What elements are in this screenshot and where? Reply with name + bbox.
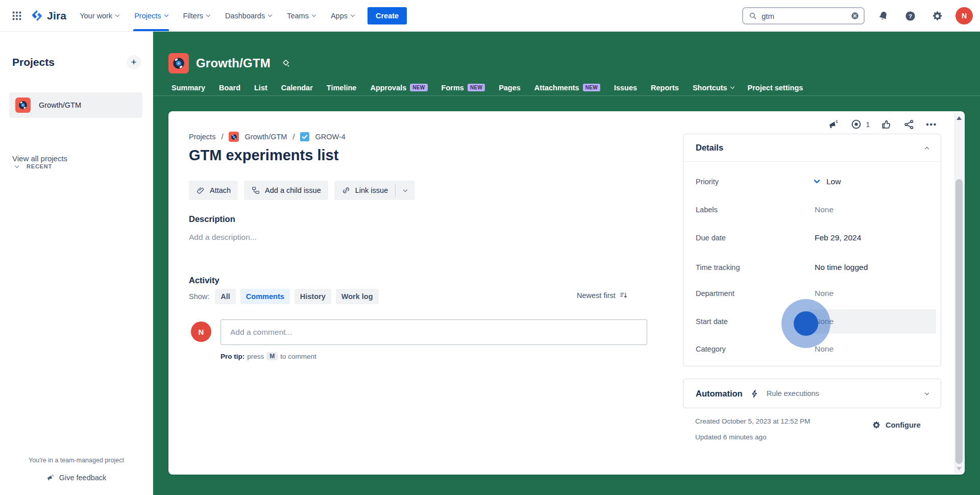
filter-comments[interactable]: Comments bbox=[240, 289, 290, 304]
tab-calendar[interactable]: Calendar bbox=[281, 84, 313, 92]
chevron-down-icon bbox=[730, 85, 734, 89]
view-all-projects-link[interactable]: View all projects bbox=[12, 154, 67, 163]
configure-button[interactable]: Configure bbox=[872, 420, 920, 430]
jira-logo[interactable]: Jira bbox=[31, 9, 66, 22]
time-tracking-value[interactable]: No time logged bbox=[815, 263, 868, 272]
nav-your-work[interactable]: Your work bbox=[80, 0, 119, 31]
scroll-down-arrow[interactable] bbox=[957, 467, 962, 471]
automation-panel[interactable]: Automation Rule executions bbox=[683, 379, 941, 408]
nav-dashboards[interactable]: Dashboards bbox=[225, 0, 272, 31]
clear-search-icon[interactable] bbox=[850, 11, 860, 20]
nav-label: Apps bbox=[331, 12, 348, 20]
chevron-up-icon bbox=[925, 146, 929, 151]
tab-approvals[interactable]: ApprovalsNEW bbox=[370, 84, 427, 92]
more-actions-icon[interactable]: ••• bbox=[926, 120, 937, 129]
tab-timeline[interactable]: Timeline bbox=[327, 84, 357, 92]
issue-actions: 1 ••• bbox=[828, 118, 937, 130]
configure-label: Configure bbox=[886, 421, 920, 429]
detail-row-start-date: Start date None bbox=[696, 315, 928, 328]
link-issue-dropdown[interactable] bbox=[396, 181, 415, 200]
filter-history[interactable]: History bbox=[295, 289, 331, 304]
tab-issues[interactable]: Issues bbox=[614, 84, 637, 92]
edit-background-icon[interactable] bbox=[281, 58, 291, 68]
scrollbar-thumb[interactable] bbox=[955, 179, 963, 464]
add-comment-field[interactable]: Add a comment... bbox=[220, 319, 647, 345]
tab-attachments[interactable]: AttachmentsNEW bbox=[534, 84, 600, 92]
due-date-value[interactable]: Feb 29, 2024 bbox=[815, 233, 861, 242]
tab-reports[interactable]: Reports bbox=[651, 84, 679, 92]
detail-row-department: Department None bbox=[696, 287, 928, 300]
settings-gear-icon[interactable] bbox=[928, 7, 946, 24]
recent-section-toggle[interactable]: RECENT bbox=[15, 163, 52, 169]
primary-nav: Your work Projects Filters Dashboards Te… bbox=[80, 0, 354, 31]
watch-eye-icon[interactable]: 1 bbox=[850, 118, 870, 130]
issue-title[interactable]: GTM experiments list bbox=[189, 147, 338, 164]
priority-value[interactable]: Low bbox=[815, 177, 841, 186]
share-icon[interactable] bbox=[903, 119, 915, 130]
tab-list[interactable]: List bbox=[254, 84, 267, 92]
tab-pages[interactable]: Pages bbox=[499, 84, 521, 92]
task-type-icon bbox=[300, 132, 309, 141]
filter-worklog[interactable]: Work log bbox=[336, 289, 379, 304]
give-feedback-button[interactable]: Give feedback bbox=[0, 474, 153, 482]
department-value[interactable]: None bbox=[815, 289, 834, 298]
global-search[interactable] bbox=[742, 7, 865, 24]
app-switcher-icon[interactable] bbox=[8, 7, 26, 24]
description-placeholder[interactable]: Add a description... bbox=[189, 233, 257, 242]
tab-board[interactable]: Board bbox=[219, 84, 240, 92]
project-name-label: Growth/GTM bbox=[39, 101, 81, 109]
recent-label: RECENT bbox=[27, 163, 52, 169]
category-value[interactable]: None bbox=[815, 344, 834, 354]
breadcrumb-projects-link[interactable]: Projects bbox=[189, 133, 215, 141]
chevron-down-icon bbox=[268, 13, 272, 17]
create-button[interactable]: Create bbox=[368, 7, 407, 24]
chevron-down-icon bbox=[312, 13, 316, 17]
detail-row-due-date: Due date Feb 29, 2024 bbox=[696, 231, 928, 244]
attach-button[interactable]: Attach bbox=[189, 181, 238, 200]
nav-apps[interactable]: Apps bbox=[331, 0, 354, 31]
child-issue-icon bbox=[251, 186, 260, 195]
breadcrumb-separator: / bbox=[292, 133, 295, 141]
breadcrumb-issue-key[interactable]: GROW-4 bbox=[315, 133, 345, 141]
user-avatar[interactable]: N bbox=[955, 7, 973, 24]
start-date-value[interactable]: None bbox=[815, 317, 834, 326]
new-badge: NEW bbox=[583, 84, 600, 91]
feedback-megaphone-icon[interactable] bbox=[828, 119, 839, 130]
comment-avatar: N bbox=[191, 321, 211, 342]
chevron-down-icon bbox=[206, 13, 210, 17]
sidebar-title: Projects bbox=[12, 56, 55, 68]
filter-all[interactable]: All bbox=[215, 289, 236, 304]
sort-order-button[interactable]: Newest first bbox=[577, 291, 628, 300]
tab-forms[interactable]: FormsNEW bbox=[442, 84, 485, 92]
tab-project-settings[interactable]: Project settings bbox=[748, 84, 803, 92]
chevron-down-icon bbox=[115, 13, 119, 17]
nav-filters[interactable]: Filters bbox=[183, 0, 210, 31]
svg-text:?: ? bbox=[908, 13, 912, 19]
details-panel-header[interactable]: Details bbox=[683, 134, 941, 162]
nav-projects[interactable]: Projects bbox=[134, 0, 167, 31]
vertical-scrollbar[interactable] bbox=[954, 113, 963, 473]
nav-teams[interactable]: Teams bbox=[287, 0, 315, 31]
project-avatar-icon bbox=[15, 97, 31, 113]
tab-shortcuts[interactable]: Shortcuts bbox=[693, 84, 734, 92]
feedback-label: Give feedback bbox=[59, 474, 107, 482]
add-project-button[interactable]: + bbox=[127, 55, 141, 69]
sidebar-item-growth-gtm[interactable]: Growth/GTM bbox=[9, 92, 142, 118]
notifications-bell-icon[interactable] bbox=[874, 7, 892, 24]
jira-logo-icon bbox=[31, 9, 43, 22]
lightning-bolt-icon bbox=[750, 389, 760, 399]
labels-value[interactable]: None bbox=[815, 205, 834, 214]
link-icon bbox=[341, 186, 351, 195]
like-thumbs-up-icon[interactable] bbox=[881, 119, 892, 130]
paperclip-icon bbox=[196, 186, 205, 195]
automation-title: Automation bbox=[696, 389, 743, 399]
scroll-up-arrow[interactable] bbox=[957, 116, 962, 120]
link-issue-button[interactable]: Link issue bbox=[334, 181, 395, 200]
add-child-issue-button[interactable]: Add a child issue bbox=[244, 181, 328, 200]
breadcrumb-project-link[interactable]: Growth/GTM bbox=[244, 133, 287, 141]
project-avatar-icon bbox=[229, 132, 239, 142]
nav-label: Your work bbox=[80, 12, 112, 20]
help-icon[interactable]: ? bbox=[901, 7, 919, 24]
tab-summary[interactable]: Summary bbox=[172, 84, 205, 92]
search-input[interactable] bbox=[762, 12, 846, 20]
